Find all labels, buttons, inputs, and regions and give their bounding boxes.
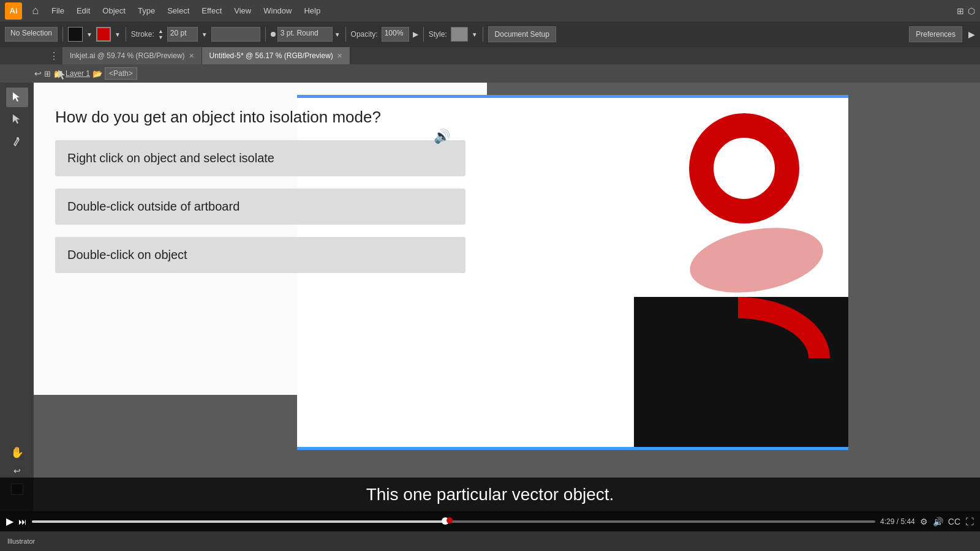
canvas-area: How do you get an object into isolation … xyxy=(34,83,980,511)
svg-point-3 xyxy=(17,137,19,140)
separator-4 xyxy=(345,27,346,42)
tab-untitled-close[interactable]: ✕ xyxy=(337,52,342,60)
tab-untitled-label: Untitled-5* @ 56.17 % (RGB/Preview) xyxy=(209,51,333,60)
toolbar: No Selection ▼ ▼ Stroke: ▲ ▼ 20 pt ▼ 3 p… xyxy=(0,21,980,47)
status-text: Illustrator xyxy=(7,538,35,545)
tab-untitled[interactable]: Untitled-5* @ 56.17 % (RGB/Preview) ✕ xyxy=(202,47,350,64)
pen-tool-icon xyxy=(12,136,23,147)
tabs-bar: ⋮ Inkjet.ai @ 59.74 % (RGB/Preview) ✕ Un… xyxy=(0,47,980,64)
opacity-label: Opacity: xyxy=(351,30,378,39)
tab-inkjet[interactable]: Inkjet.ai @ 59.74 % (RGB/Preview) ✕ xyxy=(62,47,202,64)
tab-inkjet-close[interactable]: ✕ xyxy=(189,52,194,60)
no-selection-dropdown[interactable]: No Selection xyxy=(5,27,58,42)
preferences-button[interactable]: Preferences xyxy=(909,26,962,42)
status-bar: Illustrator xyxy=(0,531,980,551)
settings-icon[interactable]: ⚙ xyxy=(920,517,928,527)
video-progress-track[interactable] xyxy=(32,520,875,523)
hand-tool-button[interactable]: ✋ xyxy=(6,443,28,462)
direct-selection-tool-button[interactable] xyxy=(6,110,28,129)
separator-2 xyxy=(126,27,126,42)
stroke-value-input[interactable]: 20 pt xyxy=(167,27,198,42)
fill-color-swatch[interactable] xyxy=(68,27,83,42)
separator-1 xyxy=(62,27,63,42)
sound-icon[interactable]: 🔊 xyxy=(434,129,450,144)
cursor-icon xyxy=(56,69,69,81)
play-button[interactable]: ▶ xyxy=(6,515,13,527)
pen-tool-button[interactable] xyxy=(6,132,28,151)
left-toolbar: ✋ ↩ xyxy=(0,83,34,511)
separator-6 xyxy=(483,27,483,42)
menu-edit[interactable]: Edit xyxy=(72,4,95,18)
volume-icon[interactable]: 🔊 xyxy=(933,517,943,527)
ai-logo[interactable]: Ai xyxy=(5,2,22,20)
layer-thumbnail-icon[interactable]: ⊞ xyxy=(44,69,51,78)
quiz-option-3[interactable]: Double-click on object xyxy=(55,237,466,273)
opacity-expand[interactable]: ▶ xyxy=(413,30,418,39)
video-bar: ▶ ⏭ 4:29 / 5:44 ⚙ 🔊 CC ⛶ xyxy=(0,511,980,531)
round-indicator xyxy=(271,32,276,37)
menu-object[interactable]: Object xyxy=(97,4,130,18)
menu-type[interactable]: Type xyxy=(133,4,160,18)
path-indicator: <Path> xyxy=(105,67,137,80)
menu-window[interactable]: Window xyxy=(258,4,296,18)
subtitle-bar: This one particular vector object. xyxy=(0,478,980,511)
pink-oval-shape xyxy=(685,219,828,302)
layer-bar: ↩ ⊞ 📁 Layer 1 📂 <Path> xyxy=(0,64,980,83)
tabs-expand-icon[interactable]: ⋮ xyxy=(49,47,62,64)
brush-dropdown[interactable]: ▼ xyxy=(334,31,341,38)
quiz-question: How do you get an object into isolation … xyxy=(55,107,466,128)
menu-effect[interactable]: Effect xyxy=(197,4,227,18)
back-arrow-icon[interactable]: ↩ xyxy=(34,69,42,78)
svg-marker-1 xyxy=(13,92,20,102)
separator-5 xyxy=(423,27,424,42)
menu-help[interactable]: Help xyxy=(299,4,325,18)
fullscreen-icon[interactable]: ⛶ xyxy=(965,517,974,527)
quiz-option-1[interactable]: Right click on object and select isolate xyxy=(55,140,466,176)
video-progress-fill xyxy=(32,520,445,523)
menu-select[interactable]: Select xyxy=(162,4,194,18)
opacity-value-input[interactable]: 100% xyxy=(382,27,409,42)
tab-inkjet-label: Inkjet.ai @ 59.74 % (RGB/Preview) xyxy=(70,51,185,60)
stroke-dropdown-arrow[interactable]: ▼ xyxy=(115,31,121,38)
selection-bar-bottom xyxy=(297,447,848,450)
share-icon[interactable]: ⬡ xyxy=(968,6,975,16)
svg-marker-0 xyxy=(58,70,65,80)
fill-dropdown-arrow[interactable]: ▼ xyxy=(86,31,92,38)
selection-tool-button[interactable] xyxy=(6,88,28,107)
brush-value[interactable]: 3 pt. Round xyxy=(277,27,333,42)
style-dropdown[interactable]: ▼ xyxy=(472,31,478,38)
red-ring-shape xyxy=(689,113,799,223)
more-options-icon[interactable]: ▶ xyxy=(968,29,975,39)
direct-selection-icon xyxy=(12,114,23,125)
stroke-unit-dropdown[interactable]: ▼ xyxy=(202,31,208,38)
stroke-style-preview[interactable] xyxy=(211,27,260,42)
document-setup-button[interactable]: Document Setup xyxy=(488,26,556,42)
cursor-image xyxy=(55,67,70,82)
separator-3 xyxy=(265,27,266,42)
stroke-color-swatch[interactable] xyxy=(96,27,111,42)
style-swatch[interactable] xyxy=(451,27,468,42)
quiz-overlay: How do you get an object into isolation … xyxy=(34,83,487,395)
menu-bar: Ai ⌂ File Edit Object Type Select Effect… xyxy=(0,0,980,21)
selection-tool-icon xyxy=(12,92,23,103)
selection-bar-top xyxy=(297,95,848,98)
home-button[interactable]: ⌂ xyxy=(27,2,44,20)
svg-marker-2 xyxy=(13,114,20,124)
video-time-display: 4:29 / 5:44 xyxy=(880,517,915,526)
subtitle-text: This one particular vector object. xyxy=(366,485,614,504)
path-folder-icon: 📂 xyxy=(92,69,102,78)
stroke-label: Stroke: xyxy=(131,30,154,39)
skip-button[interactable]: ⏭ xyxy=(18,517,27,527)
style-label: Style: xyxy=(429,30,447,39)
menu-file[interactable]: File xyxy=(47,4,69,18)
red-progress-dot xyxy=(447,517,453,523)
quiz-option-2[interactable]: Double-click outside of artboard xyxy=(55,189,466,225)
menu-view[interactable]: View xyxy=(229,4,256,18)
grid-icon[interactable]: ⊞ xyxy=(957,6,964,16)
brush-options: 3 pt. Round ▼ xyxy=(271,27,341,42)
cc-icon[interactable]: CC xyxy=(948,517,960,527)
